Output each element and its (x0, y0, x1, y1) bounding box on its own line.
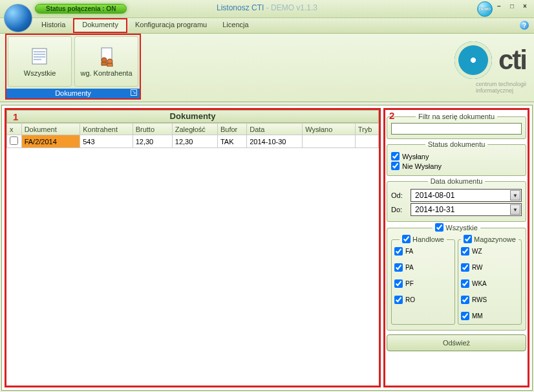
svg-rect-9 (107, 63, 112, 67)
chk-pf-label: PF (405, 280, 414, 287)
date-to-value: 2014-10-31 (415, 205, 454, 214)
chk-wka[interactable] (461, 279, 469, 288)
fieldset-series-filter: Filtr na serię dokumentu (387, 113, 526, 139)
minimize-button[interactable]: − (494, 1, 504, 10)
menu-konfiguracja[interactable]: Konfiguracja programu (127, 18, 215, 33)
documents-table: x Dokument Kontrahent Brutto Zaległość B… (6, 123, 379, 148)
chk-wyslany-label: Wysłany (402, 153, 429, 160)
series-filter-input[interactable] (391, 123, 522, 135)
menu-dokumenty[interactable]: Dokumenty (73, 18, 127, 33)
fieldset-handlowe: Handlowe FA PA PF RO (391, 235, 455, 325)
cell-kontrahent: 543 (80, 135, 133, 148)
chk-rw-label: RW (472, 264, 482, 271)
chk-wyslany[interactable] (391, 152, 400, 160)
app-globe-icon (4, 4, 32, 32)
svg-rect-7 (101, 62, 107, 65)
cell-wyslano (303, 135, 355, 148)
cell-brutto: 12,30 (133, 135, 172, 148)
chk-pa-label: PA (405, 264, 414, 271)
cell-zaleglosc: 12,30 (172, 135, 217, 148)
ribbon-group-expand-icon[interactable]: ↘ (131, 89, 137, 96)
chk-wka-label: WKA (472, 280, 487, 287)
row-checkbox[interactable] (10, 136, 18, 145)
date-to-dropdown-icon[interactable]: ▼ (510, 204, 520, 215)
svg-rect-1 (34, 51, 45, 52)
chk-rws[interactable] (461, 296, 469, 304)
brand-sub2: informatycznej (476, 87, 513, 94)
chk-wz-label: WZ (472, 248, 482, 255)
magazynowe-legend: Magazynowe (461, 235, 518, 245)
documents-by-contractor-icon (96, 46, 117, 67)
app-version: - DEMO v1.1.3 (264, 3, 317, 12)
chk-fa[interactable] (394, 247, 403, 256)
chk-mm[interactable] (461, 312, 469, 320)
ribbon-btn-wszystkie[interactable]: Wszystkie (8, 36, 72, 87)
col-x[interactable]: x (7, 124, 22, 135)
chk-all-types[interactable] (435, 223, 443, 232)
window-controls: − □ × (494, 1, 530, 10)
date-legend: Data dokumentu (428, 177, 486, 185)
ribbon-btn-wszystkie-label: Wszystkie (24, 69, 56, 77)
fieldset-types: Wszystkie Handlowe FA PA PF RO (387, 223, 526, 331)
close-button[interactable]: × (520, 1, 530, 10)
cell-data: 2014-10-30 (247, 135, 303, 148)
date-from-value: 2014-08-01 (415, 191, 454, 200)
table-row[interactable]: FA/2/2014 543 12,30 12,30 TAK 2014-10-30 (7, 135, 379, 148)
grid-title: Dokumenty (6, 110, 379, 123)
chk-nie-wyslany-label: Nie Wysłany (402, 162, 442, 170)
chk-handlowe[interactable] (402, 235, 411, 243)
workframe: 1 Dokumenty x Dokument Kontrahent Brutto… (1, 105, 533, 391)
date-from-input[interactable]: 2014-08-01 ▼ (411, 189, 522, 202)
col-dokument[interactable]: Dokument (21, 124, 80, 135)
ribbon-btn-wg-kontrahenta[interactable]: wg. Kontrahenta (74, 36, 138, 87)
chk-rw[interactable] (461, 263, 469, 272)
chk-wz[interactable] (461, 247, 469, 256)
col-kontrahent[interactable]: Kontrahent (80, 124, 133, 135)
handlowe-legend: Handlowe (400, 235, 447, 245)
connection-status: Status połączenia : ON (35, 4, 127, 14)
col-zaleglosc[interactable]: Zaległość (172, 124, 217, 135)
help-icon[interactable]: ? (520, 21, 529, 30)
window-title: Listonosz CTI - DEMO v1.1.3 (217, 3, 317, 12)
chk-nie-wyslany[interactable] (391, 162, 400, 170)
handlowe-label: Handlowe (412, 235, 444, 243)
brand-subtitle: centrum technologii informatycznej (476, 82, 526, 94)
svg-rect-2 (34, 54, 45, 55)
ribbon: Wszystkie wg. Kontrahenta Dokumenty ↘ ct… (0, 34, 534, 102)
brand-logo: cti (454, 41, 526, 79)
titlebar: Status połączenia : ON Listonosz CTI - D… (0, 0, 534, 18)
app-name: Listonosz CTI (217, 3, 264, 12)
menu-historia[interactable]: Historia (34, 18, 73, 33)
chk-magazynowe[interactable] (464, 235, 472, 243)
maximize-button[interactable]: □ (507, 1, 517, 10)
brand-swirl-icon (454, 41, 492, 79)
cell-bufor: TAK (217, 135, 246, 148)
col-brutto[interactable]: Brutto (133, 124, 172, 135)
status-legend: Status dokumentu (425, 140, 488, 148)
chk-pa[interactable] (394, 263, 403, 272)
fieldset-status: Status dokumentu Wysłany Nie Wysłany (387, 140, 526, 176)
chk-mm-label: MM (472, 312, 483, 320)
col-wyslano[interactable]: Wysłano (303, 124, 355, 135)
date-to-input[interactable]: 2014-10-31 ▼ (411, 203, 522, 216)
refresh-button[interactable]: Odśwież (387, 334, 526, 351)
types-all-legend: Wszystkie (433, 223, 480, 233)
ribbon-group-title: Dokumenty ↘ (6, 88, 140, 100)
cell-x[interactable] (7, 135, 22, 148)
col-tryb[interactable]: Tryb (355, 124, 378, 135)
cell-dokument: FA/2/2014 (21, 135, 80, 148)
fieldset-date: Data dokumentu Od: 2014-08-01 ▼ Do: 2014… (387, 177, 526, 222)
chk-pf[interactable] (394, 279, 403, 288)
brand-text: cti (498, 45, 526, 76)
date-from-dropdown-icon[interactable]: ▼ (510, 190, 520, 201)
table-header-row: x Dokument Kontrahent Brutto Zaległość B… (7, 124, 379, 135)
col-data[interactable]: Data (247, 124, 303, 135)
menu-licencja[interactable]: Licencja (215, 18, 256, 33)
ribbon-btn-wg-kontrahenta-label: wg. Kontrahenta (80, 69, 132, 77)
svg-rect-3 (34, 56, 45, 58)
col-bufor[interactable]: Bufor (217, 124, 246, 135)
panel-filters: 2 Filtr na serię dokumentu Status dokume… (383, 108, 529, 387)
chk-ro[interactable] (394, 296, 403, 304)
menubar: Historia Dokumenty Konfiguracja programu… (0, 18, 534, 34)
workarea: 1 Dokumenty x Dokument Kontrahent Brutto… (0, 103, 534, 392)
